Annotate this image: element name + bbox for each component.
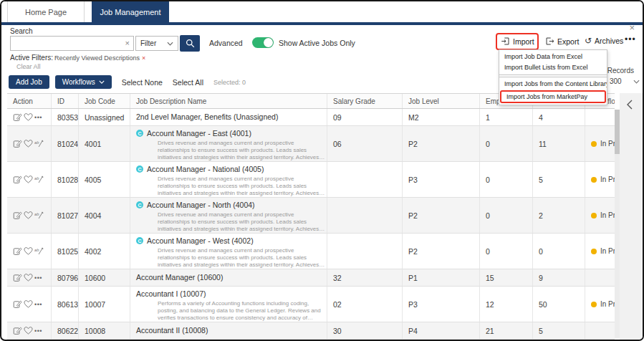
favorite-icon[interactable]: [24, 326, 33, 335]
row-actions: ab: [7, 162, 52, 197]
cell-id: 80613: [52, 287, 79, 322]
add-job-button[interactable]: Add Job: [9, 75, 49, 89]
selected-count: Selected: 0: [213, 79, 246, 86]
collapse-panel-icon[interactable]: [626, 100, 633, 110]
menu-item-import-job-data[interactable]: Import Job Data from Excel: [499, 52, 607, 62]
cell-id: 81027: [52, 198, 79, 233]
edit-icon[interactable]: [13, 211, 22, 220]
job-name-link[interactable]: Accountant I (10007): [136, 289, 206, 298]
history-icon: ↺: [585, 37, 592, 45]
more-icon[interactable]: •••: [34, 274, 42, 282]
import-icon: [501, 37, 510, 46]
status-label: In Progress: [600, 140, 615, 148]
search-field[interactable]: ×: [10, 36, 134, 51]
archives-button[interactable]: ↺ Archives: [585, 37, 623, 45]
clear-all-link[interactable]: Clear All: [16, 63, 41, 70]
show-active-toggle[interactable]: [252, 37, 274, 48]
records-dropdown[interactable]: 300: [610, 77, 640, 85]
svg-text:ab: ab: [34, 212, 39, 216]
cell-salary-grade: 30: [327, 322, 403, 339]
export-icon: [545, 37, 554, 46]
close-icon[interactable]: ×: [629, 23, 635, 32]
scrollbar-thumb[interactable]: [615, 110, 620, 154]
col-job-level: Job Level: [403, 94, 480, 108]
favorite-icon[interactable]: [24, 112, 33, 122]
edit-icon[interactable]: [13, 299, 22, 309]
cell-job-description-name: CAccount Manager - West (4002)Drives rev…: [130, 234, 327, 269]
chevron-down-icon: [99, 80, 105, 84]
workflows-button[interactable]: Workflows: [55, 75, 112, 89]
tab-bar: Home Page Job Management: [1, 1, 643, 22]
status-dot-icon: [591, 141, 597, 147]
select-none-link[interactable]: Select None: [122, 78, 163, 87]
cell-workflow-status: In Progress: [585, 198, 615, 233]
favorite-icon[interactable]: [24, 211, 33, 220]
cell-version: 4: [533, 109, 585, 125]
cell-workflow-status: [585, 269, 615, 286]
table-body: •••80353Unassigned2nd Level Manager, Ben…: [7, 109, 615, 340]
tab-home-page[interactable]: Home Page: [7, 1, 85, 22]
job-name-link[interactable]: Account Manager - North (4004): [147, 201, 255, 209]
job-name-link[interactable]: Account Manager - West (4002): [147, 236, 254, 245]
cell-job-code: 10008: [79, 322, 130, 339]
search-input[interactable]: [14, 37, 121, 49]
job-name-link[interactable]: Account Manager - East (4001): [147, 129, 251, 138]
cell-workflow-status: In Progress: [585, 126, 615, 161]
select-all-link[interactable]: Select All: [173, 78, 203, 87]
favorite-icon[interactable]: [24, 273, 33, 282]
tab-job-management[interactable]: Job Management: [92, 1, 169, 22]
favorite-icon[interactable]: [24, 299, 33, 309]
filter-value: Filter: [140, 39, 156, 47]
cell-salary-grade: 09: [327, 109, 403, 125]
import-button[interactable]: Import: [501, 37, 534, 46]
col-job-code: Job Code: [79, 94, 130, 108]
more-icon[interactable]: •••: [34, 114, 42, 121]
job-name-link[interactable]: Accountant II (10008): [136, 326, 208, 335]
more-options-icon[interactable]: •••: [625, 34, 636, 44]
chevron-down-icon: [167, 42, 173, 46]
search-label: Search: [10, 27, 33, 35]
vertical-scrollbar[interactable]: [615, 110, 620, 338]
cell-workflow-status: In Progress: [585, 234, 615, 269]
table-row: ab810284005CAccount Manager - National (…: [7, 162, 615, 198]
cell-job-description-name: Accountant I (10007)Performs a variety o…: [130, 287, 327, 322]
row-actions: •••: [7, 269, 52, 286]
filter-chip: Recently Viewed Descriptions×: [54, 54, 145, 62]
redline-icon[interactable]: ab: [34, 175, 44, 184]
row-actions: ab: [7, 234, 52, 269]
edit-icon[interactable]: [13, 112, 22, 122]
cell-job-level: M2: [403, 109, 480, 125]
search-button[interactable]: [180, 35, 200, 52]
edit-icon[interactable]: [13, 326, 22, 335]
menu-item-import-bullet-lists[interactable]: Import Bullet Lists from Excel: [499, 62, 607, 73]
job-name-link[interactable]: Account Manager (10600): [136, 273, 223, 282]
clear-search-icon[interactable]: ×: [125, 39, 130, 48]
cell-employee-count: 0: [480, 234, 533, 269]
cell-version: 5: [533, 322, 585, 339]
filter-dropdown[interactable]: Filter: [135, 36, 178, 51]
edit-icon[interactable]: [13, 139, 22, 148]
edit-icon[interactable]: [13, 273, 22, 282]
job-name-link[interactable]: Account Manager - National (4005): [147, 165, 264, 173]
advanced-link[interactable]: Advanced: [209, 39, 243, 47]
favorite-icon[interactable]: [24, 246, 33, 256]
remove-filter-icon[interactable]: ×: [142, 54, 145, 62]
archives-label: Archives: [595, 37, 623, 45]
favorite-icon[interactable]: [24, 139, 33, 148]
cell-employee-count: 0: [480, 198, 533, 233]
job-name-link[interactable]: 2nd Level Manager, Benefits (Unassigned): [136, 112, 278, 121]
favorite-icon[interactable]: [24, 175, 33, 184]
export-button[interactable]: Export: [545, 37, 579, 46]
cell-workflow-status: [585, 322, 615, 339]
menu-item-import-content-library[interactable]: Import Jobs from the Content Library: [499, 79, 607, 90]
more-icon[interactable]: •••: [34, 327, 42, 335]
records-value: 300: [610, 77, 622, 85]
redline-icon[interactable]: ab: [34, 246, 44, 256]
menu-item-import-marketpay[interactable]: Import Jobs from MarketPay: [500, 90, 606, 103]
redline-icon[interactable]: ab: [34, 211, 44, 220]
cell-job-level: P3: [403, 287, 480, 322]
more-icon[interactable]: •••: [34, 301, 42, 308]
edit-icon[interactable]: [13, 246, 22, 256]
edit-icon[interactable]: [13, 175, 22, 184]
redline-icon[interactable]: ab: [34, 139, 44, 148]
